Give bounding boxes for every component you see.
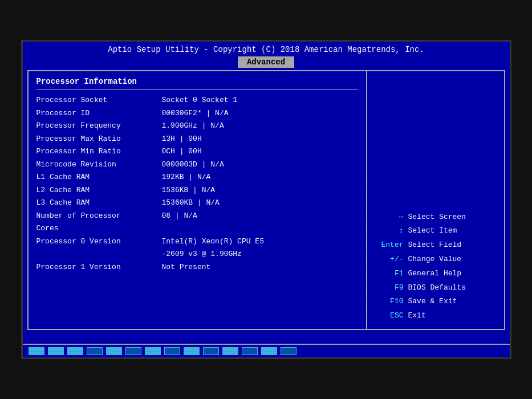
bottom-block-11: [222, 347, 238, 355]
row-label: Processor Socket: [36, 95, 162, 106]
bottom-block-10: [203, 347, 219, 355]
section-title: Processor Information: [36, 77, 358, 86]
table-row: Number of Processor06 | N/A: [36, 210, 358, 222]
row-label: Processor Min Ratio: [36, 146, 162, 157]
row-label: Cores: [36, 223, 162, 234]
bottom-block-9: [184, 347, 200, 355]
table-row: Processor 1 VersionNot Present: [36, 262, 358, 273]
key-help-row: ↔Select Screen: [374, 211, 497, 223]
row-value: 0000003D | N/A: [162, 159, 224, 170]
row-label: Processor Frequency: [36, 120, 162, 132]
key-desc: General Help: [408, 268, 462, 280]
info-rows: Processor SocketSocket 0 Socket 1Process…: [36, 95, 358, 272]
bottom-block-1: [29, 347, 44, 355]
key-help-row: F10Save & Exit: [374, 296, 497, 308]
key-desc: Exit: [408, 310, 426, 322]
row-label: Microcode Revision: [36, 159, 162, 170]
row-value: 13H | 00H: [162, 133, 202, 145]
row-label: [36, 249, 162, 260]
table-row: Processor SocketSocket 0 Socket 1: [36, 95, 358, 106]
table-row: Processor ID000306F2* | N/A: [36, 108, 358, 119]
row-value: Not Present: [162, 262, 211, 273]
table-row: Processor Frequency1.900GHz | N/A: [36, 120, 358, 132]
bottom-block-12: [242, 347, 258, 355]
side-panel: ↔Select Screen↕Select ItemEnterSelect Fi…: [367, 71, 504, 329]
table-row: -2609 v3 @ 1.90GHz: [36, 249, 358, 260]
row-value: Intel(R) Xeon(R) CPU E5: [162, 236, 264, 247]
header-title: Aptio Setup Utility - Copyright (C) 2018…: [108, 45, 424, 54]
main-area: Processor Information Processor SocketSo…: [27, 70, 505, 330]
table-row: Processor Min Ratio0CH | 00H: [36, 146, 358, 157]
row-value: 192KB | N/A: [162, 172, 211, 183]
bottom-block-3: [67, 347, 83, 355]
row-label: Processor ID: [36, 108, 162, 119]
row-label: L3 Cache RAM: [36, 197, 162, 209]
content-panel: Processor Information Processor SocketSo…: [29, 71, 367, 329]
key-code: ↕: [374, 225, 404, 237]
bios-screen: Aptio Setup Utility - Copyright (C) 2018…: [21, 40, 511, 359]
row-label: Processor 1 Version: [36, 262, 162, 273]
bottom-block-13: [261, 347, 277, 355]
row-value: Socket 0 Socket 1: [162, 95, 238, 106]
row-label: L2 Cache RAM: [36, 185, 162, 196]
header-bar: Aptio Setup Utility - Copyright (C) 2018…: [23, 42, 510, 55]
row-value: 06 | N/A: [162, 210, 197, 222]
bottom-block-8: [164, 347, 180, 355]
bottom-block-4: [87, 347, 103, 355]
key-help-row: ESCExit: [374, 310, 497, 322]
row-label: Processor 0 Version: [36, 236, 162, 247]
key-code: ↔: [374, 211, 404, 223]
row-value: -2609 v3 @ 1.90GHz: [162, 249, 242, 260]
key-code: +/-: [374, 254, 404, 266]
key-help-row: ↕Select Item: [374, 225, 497, 237]
key-help-row: F9BIOS Defaults: [374, 282, 497, 294]
key-code: ESC: [374, 310, 404, 322]
key-desc: BIOS Defaults: [408, 282, 466, 294]
tab-row: Advanced: [23, 56, 510, 68]
key-code: F10: [374, 296, 404, 308]
table-row: Microcode Revision0000003D | N/A: [36, 159, 358, 170]
bottom-block-14: [281, 347, 297, 355]
key-help: ↔Select Screen↕Select ItemEnterSelect Fi…: [374, 211, 497, 324]
row-value: 1.900GHz | N/A: [162, 120, 224, 132]
row-label: L1 Cache RAM: [36, 172, 162, 183]
bottom-bar: [23, 344, 510, 357]
key-desc: Select Item: [408, 225, 457, 237]
row-label: Processor Max Ratio: [36, 133, 162, 145]
table-row: L1 Cache RAM192KB | N/A: [36, 172, 358, 183]
key-desc: Select Field: [408, 239, 462, 251]
row-value: 000306F2* | N/A: [162, 108, 229, 119]
key-code: F1: [374, 268, 404, 280]
row-label: Number of Processor: [36, 210, 162, 222]
key-desc: Change Value: [408, 254, 462, 266]
divider: [36, 89, 358, 90]
key-code: Enter: [374, 239, 404, 251]
key-code: F9: [374, 282, 404, 294]
table-row: Processor 0 VersionIntel(R) Xeon(R) CPU …: [36, 236, 358, 247]
bottom-block-5: [106, 347, 122, 355]
table-row: L2 Cache RAM1536KB | N/A: [36, 185, 358, 196]
key-help-row: +/-Change Value: [374, 254, 497, 266]
row-value: 1536KB | N/A: [162, 185, 216, 196]
table-row: Processor Max Ratio13H | 00H: [36, 133, 358, 145]
bottom-block-2: [48, 347, 64, 355]
key-help-row: EnterSelect Field: [374, 239, 497, 251]
bottom-block-7: [145, 347, 161, 355]
tab-advanced[interactable]: Advanced: [238, 56, 294, 68]
key-desc: Save & Exit: [408, 296, 457, 308]
table-row: L3 Cache RAM15360KB | N/A: [36, 197, 358, 209]
key-desc: Select Screen: [408, 211, 466, 223]
key-help-row: F1General Help: [374, 268, 497, 280]
row-value: 0CH | 00H: [162, 146, 202, 157]
bottom-block-6: [125, 347, 141, 355]
row-value: 15360KB | N/A: [162, 197, 220, 209]
table-row: Cores: [36, 223, 358, 234]
